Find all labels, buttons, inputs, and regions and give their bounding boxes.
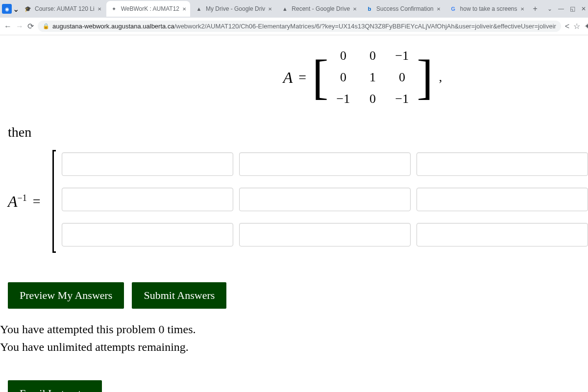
extensions-icon[interactable]: ✦ [584,21,588,32]
maximize-icon[interactable]: ◱ [570,5,575,12]
bracket-left: [ [312,53,328,102]
close-window-icon[interactable]: ✕ [581,5,586,12]
matrix-cell: −1 [328,92,358,106]
share-icon[interactable]: < [565,21,569,32]
tab-title: Course: AUMAT 120 Li [35,5,95,12]
google-icon: G [449,5,457,13]
submit-button[interactable]: Submit Answers [132,282,226,309]
forward-button[interactable]: → [16,21,24,32]
tab-course[interactable]: 🎓 Course: AUMAT 120 Li ✕ [20,1,105,17]
search-tabs-icon[interactable]: ⌄ [13,2,19,16]
tab-success[interactable]: b Success Confirmation ✕ [362,1,444,17]
address-bar: ← → ⟳ 🔒 augustana-webwork.augustana.ualb… [0,18,588,35]
drive-icon: ▲ [281,5,289,13]
matrix-A-display: A = [ 0 0 −1 0 1 0 −1 0 −1 ] , [69,45,588,110]
attempt-status: You have attempted this problem 0 times.… [0,320,588,356]
big-bracket-left [52,150,56,253]
bookmark-icon[interactable]: ☆ [573,21,580,32]
a-inverse-label: A−1 [8,193,27,211]
answer-cell-3-1[interactable] [62,223,233,246]
drive-icon: ▲ [195,5,203,13]
tab-webwork[interactable]: ✦ WeBWorK : AUMAT12 ✕ [106,1,190,17]
answer-cell-2-1[interactable] [62,188,233,211]
remaining-line: You have unlimited attempts remaining. [0,338,588,356]
url-field[interactable]: 🔒 augustana-webwork.augustana.ualberta.c… [38,21,561,32]
close-icon[interactable]: ✕ [268,6,272,12]
page-content: A = [ 0 0 −1 0 1 0 −1 0 −1 ] , then A−1 … [0,45,588,392]
tab-recent[interactable]: ▲ Recent - Google Drive ✕ [277,1,361,17]
close-icon[interactable]: ✕ [437,6,441,12]
answer-cell-2-3[interactable] [416,188,588,211]
new-tab-button[interactable]: + [529,4,541,13]
close-icon[interactable]: ✕ [98,6,101,12]
matrix-name: A [283,69,293,87]
matrix-cell: 0 [328,49,358,63]
tab-title: WeBWorK : AUMAT12 [121,5,179,12]
close-icon[interactable]: ✕ [353,6,357,12]
answer-cell-1-1[interactable] [62,152,233,176]
close-icon[interactable]: ✕ [520,6,524,12]
tab-screenshot[interactable]: G how to take a screens ✕ [445,1,528,17]
matrix-cell: 0 [328,70,358,85]
equals-sign: = [33,194,41,209]
matrix-cell: 0 [387,70,416,85]
matrix-cell: −1 [387,92,416,106]
action-buttons: Preview My Answers Submit Answers [8,282,588,309]
reload-button[interactable]: ⟳ [27,21,34,32]
answer-matrix-row: A−1 = [8,150,588,253]
answer-cell-1-3[interactable] [416,152,588,176]
tab-title: Success Confirmation [376,5,434,12]
matrix-values: 0 0 −1 0 1 0 −1 0 −1 [328,45,416,110]
matrix-cell: 0 [358,92,387,106]
answer-cell-3-2[interactable] [239,223,411,246]
matrix-cell: −1 [387,49,416,63]
tab-mydrive[interactable]: ▲ My Drive - Google Driv ✕ [191,1,276,17]
bracket-right: ] [416,53,433,102]
moodle-icon: 🎓 [24,5,32,13]
meet-app-icon[interactable]: ◉ [2,2,12,16]
preview-button[interactable]: Preview My Answers [8,282,124,309]
close-icon[interactable]: ✕ [182,6,186,12]
webwork-icon: ✦ [110,5,118,13]
comma: , [439,70,442,85]
answer-input-grid [62,152,588,250]
chevron-down-icon[interactable]: ⌄ [547,5,552,12]
matrix-cell: 1 [358,70,387,85]
then-label: then [8,124,588,140]
minimize-icon[interactable]: — [558,5,564,12]
matrix-cell: 0 [358,49,387,63]
answer-cell-3-3[interactable] [416,223,588,246]
back-button[interactable]: ← [4,21,12,32]
answer-cell-2-2[interactable] [239,188,411,211]
equals-sign: = [298,70,306,85]
lock-icon: 🔒 [43,23,49,29]
attempts-line: You have attempted this problem 0 times. [0,320,588,338]
tab-title: My Drive - Google Driv [206,5,265,12]
tab-title: Recent - Google Drive [292,5,350,12]
url-text: augustana-webwork.augustana.ualberta.ca/… [52,23,556,30]
tab-title: how to take a screens [460,5,517,12]
answer-cell-1-2[interactable] [239,152,411,176]
browser-tab-strip: ◉ ⌄ 🎓 Course: AUMAT 120 Li ✕ ✦ WeBWorK :… [0,0,588,18]
email-instructor-button[interactable]: Email Instructor [8,380,102,392]
bartleby-icon: b [366,5,373,13]
